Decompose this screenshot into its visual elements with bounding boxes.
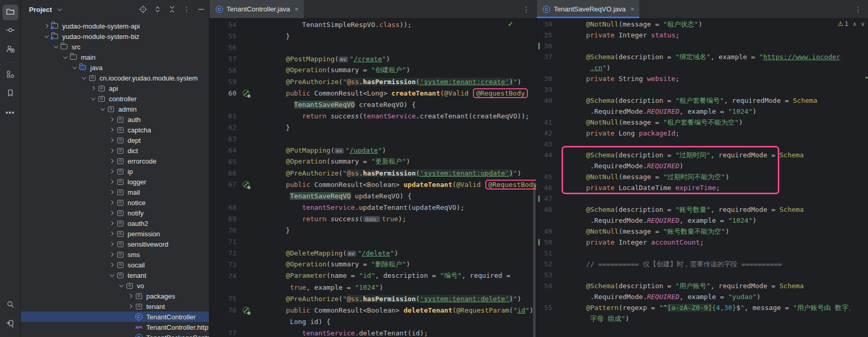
tree-item-sms[interactable]: sms — [21, 249, 209, 260]
chevron-down-icon[interactable] — [119, 282, 123, 287]
collapse-all-icon[interactable] — [167, 5, 177, 14]
chevron-right-icon[interactable] — [109, 149, 113, 153]
openapi-gutter-icon[interactable] — [236, 181, 255, 188]
chevron-right-icon[interactable] — [109, 242, 113, 246]
code-line: 62 } — [209, 122, 536, 133]
tree-item-logger[interactable]: logger — [21, 177, 209, 187]
tree-item-yudao-module-system-biz[interactable]: yudao-module-system-biz — [21, 31, 209, 42]
chevron-right-icon[interactable] — [109, 138, 113, 142]
chevron-right-icon[interactable] — [109, 169, 113, 173]
chevron-right-icon[interactable] — [128, 304, 132, 308]
chevron-down-icon[interactable] — [109, 272, 114, 276]
http-method-globe-icon[interactable]: ⊕∨ — [334, 148, 344, 154]
tree-item-main[interactable]: main — [21, 52, 209, 62]
tree-item-errorcode[interactable]: errorcode — [21, 156, 209, 166]
close-icon[interactable]: × — [631, 5, 635, 13]
chevron-right-icon[interactable] — [109, 117, 113, 122]
expand-all-icon[interactable] — [153, 5, 162, 14]
chevron-down-icon[interactable] — [91, 96, 95, 100]
openapi-gutter-icon[interactable] — [236, 307, 255, 314]
openapi-gutter-icon[interactable] — [236, 90, 255, 97]
code-text: .RequiredMode.REQUIRED, example = "yudao… — [552, 293, 868, 301]
tree-item-api[interactable]: api — [21, 83, 209, 93]
editor-tabs-left: C TenantController.java × ⋮ — [209, 0, 536, 19]
close-icon[interactable]: × — [295, 5, 299, 13]
chevron-right-icon[interactable] — [128, 294, 132, 298]
commit-tool-button[interactable] — [3, 23, 18, 39]
tab-tenantsavereqvo-java[interactable]: C TenantSaveReqVO.java × — [537, 0, 639, 18]
tree-item-dict[interactable]: dict — [21, 145, 209, 156]
tree-item-dept[interactable]: dept — [21, 135, 209, 145]
http-method-globe-icon[interactable]: ⊕∨ — [347, 251, 356, 257]
tab-options-icon[interactable]: ⋮ — [848, 5, 868, 14]
chevron-right-icon[interactable] — [109, 211, 113, 215]
tree-item-src[interactable]: src — [21, 42, 209, 52]
chevron-right-icon[interactable] — [109, 232, 113, 236]
code-with-me-tool-button[interactable] — [3, 42, 18, 58]
bookmarks-tool-button[interactable] — [3, 86, 18, 102]
chevron-right-icon[interactable] — [44, 24, 48, 28]
chevron-right-icon[interactable] — [109, 221, 113, 225]
chevron-right-icon[interactable] — [90, 86, 94, 90]
tree-item-cn.iocoder.yudao.module.system[interactable]: cn.iocoder.yudao.module.system — [21, 73, 209, 83]
tree-item-label: src — [72, 43, 80, 51]
tree-item-tenantcontroller[interactable]: CTenantController — [21, 312, 209, 322]
tree-item-tenant[interactable]: tenant — [21, 270, 209, 280]
chevron-down-icon[interactable] — [81, 75, 86, 79]
chevron-right-icon[interactable] — [109, 180, 113, 184]
tree-item-vo[interactable]: vo — [21, 280, 209, 291]
structure-tool-button[interactable] — [3, 68, 18, 83]
project-panel-title[interactable]: Project — [29, 6, 52, 14]
tree-item-admin[interactable]: admin — [21, 104, 209, 114]
tree-item-mail[interactable]: mail — [21, 187, 209, 197]
chevron-down-icon[interactable] — [72, 64, 76, 69]
tree-item-label: yudao-module-system-api — [62, 22, 140, 30]
tab-tenantcontroller-java[interactable]: C TenantController.java × — [209, 0, 304, 18]
tree-item-auth[interactable]: auth — [21, 114, 209, 125]
code-editor-tenantsavereqvo[interactable]: ⚠ 1 ∧ ∨ 34 @NotNull(message = "租户状态")35 … — [537, 19, 868, 337]
tree-item-captcha[interactable]: captcha — [21, 125, 209, 135]
chevron-right-icon[interactable] — [109, 159, 113, 163]
tree-item-controller[interactable]: controller — [21, 93, 209, 104]
code-line: 50 private Integer accountCount; — [537, 237, 868, 248]
chevron-right-icon[interactable] — [109, 128, 113, 132]
chevron-right-icon[interactable] — [109, 200, 113, 205]
tree-item-permission[interactable]: permission — [21, 228, 209, 239]
line-number: 54 — [537, 282, 552, 290]
tree-item-yudao-module-system-api[interactable]: yudao-module-system-api — [21, 21, 209, 31]
locate-icon[interactable] — [138, 5, 148, 14]
code-editor-tenantcontroller[interactable]: ✓ 54 TenantSimpleRespVO.class));55 }5657… — [209, 19, 536, 337]
tree-item-tenantpackagecontroller[interactable]: CTenantPackageController — [21, 332, 209, 337]
tree-item-notify[interactable]: notify — [21, 208, 209, 218]
more-tool-windows-button[interactable]: ••• — [3, 105, 18, 120]
chevron-down-icon[interactable] — [44, 33, 48, 37]
tree-item-oauth2[interactable]: oauth2 — [21, 218, 209, 228]
chevron-down-icon[interactable] — [53, 44, 58, 48]
chevron-down-icon[interactable] — [55, 6, 63, 14]
code-text: public CommonResult<Boolean> deleteTenan… — [255, 306, 536, 314]
search-everywhere-button[interactable] — [3, 298, 18, 313]
chevron-down-icon[interactable] — [100, 106, 104, 110]
source-folder-icon — [78, 63, 87, 72]
tree-item-packages[interactable]: packages — [21, 291, 209, 301]
chevron-down-icon[interactable] — [63, 54, 67, 58]
hide-icon[interactable] — [197, 5, 206, 14]
package-icon — [116, 240, 124, 248]
chevron-right-icon[interactable] — [109, 252, 113, 257]
chevron-right-icon[interactable] — [109, 263, 113, 267]
run-anything-button[interactable] — [3, 316, 18, 332]
tab-options-icon[interactable]: ⋮ — [516, 5, 536, 14]
tree-item-socail[interactable]: socail — [21, 260, 209, 270]
project-tool-button[interactable] — [3, 5, 18, 20]
line-number: 60 — [209, 89, 236, 97]
tree-item-tenant[interactable]: tenant — [21, 301, 209, 312]
tree-item-sensitiveword[interactable]: sensitiveword — [21, 239, 209, 249]
chevron-right-icon[interactable] — [109, 190, 113, 194]
tree-item-tenantcontroller.http[interactable]: APITenantController.http — [21, 322, 209, 332]
http-method-globe-icon[interactable]: ⊕∨ — [339, 57, 348, 62]
more-icon[interactable]: ⋮ — [182, 5, 191, 14]
tree-item-java[interactable]: java — [21, 62, 209, 73]
tree-item-ip[interactable]: ip — [21, 166, 209, 177]
tree-item-notice[interactable]: notice — [21, 197, 209, 208]
tree-item-label: permission — [128, 230, 160, 238]
